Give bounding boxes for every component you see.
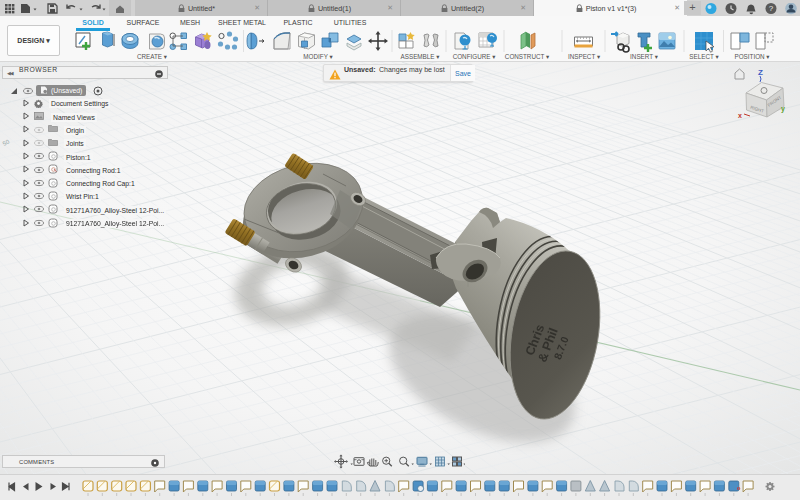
svg-text:o: o	[737, 485, 741, 491]
svg-text:x: x	[738, 112, 742, 119]
svg-text:y: y	[781, 105, 785, 113]
svg-text:Z: Z	[758, 68, 763, 77]
svg-text:?: ?	[769, 4, 774, 13]
